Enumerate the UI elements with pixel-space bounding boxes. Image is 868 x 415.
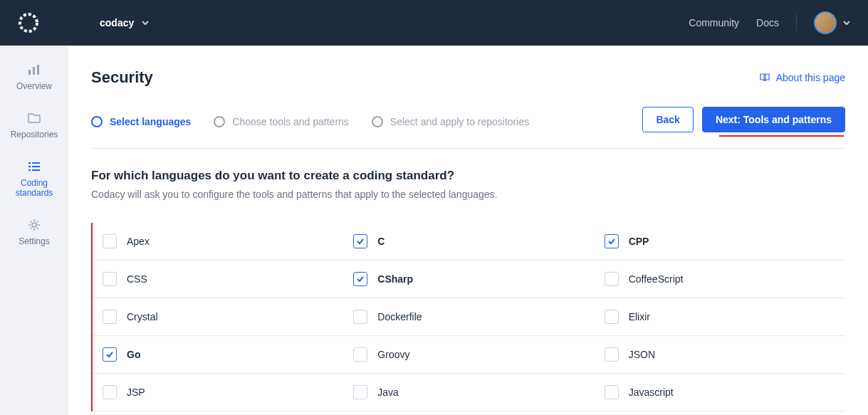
chevron-down-icon: [842, 19, 851, 27]
sidebar: Overview Repositories Coding standards S…: [0, 46, 68, 415]
checkbox[interactable]: [103, 272, 117, 286]
language-item[interactable]: Crystal: [93, 298, 343, 336]
svg-rect-6: [28, 166, 31, 167]
svg-rect-8: [28, 169, 31, 171]
community-link[interactable]: Community: [689, 17, 739, 28]
header-right: Community Docs: [689, 11, 851, 34]
step-circle-icon: [91, 116, 103, 127]
language-item[interactable]: CSS: [93, 261, 343, 298]
checkbox[interactable]: [353, 272, 367, 286]
step-label: Choose tools and patterns: [232, 116, 348, 127]
step-select-languages[interactable]: Select languages: [91, 116, 191, 127]
sidebar-item-label: Repositories: [11, 130, 58, 140]
checkbox[interactable]: [103, 310, 117, 324]
app-header: codacy Community Docs: [0, 0, 868, 46]
language-column-2: CCSharpDockerfileGroovyJava: [343, 223, 594, 411]
language-label: CSharp: [377, 273, 413, 285]
language-item[interactable]: Go: [93, 336, 343, 374]
gear-icon: [27, 218, 41, 232]
checkbox[interactable]: [605, 385, 619, 399]
folder-icon: [27, 111, 41, 125]
language-item[interactable]: CPP: [595, 223, 845, 261]
language-column-1: ApexCSSCrystalGoJSP: [93, 223, 343, 411]
step-label: Select languages: [110, 116, 191, 127]
sidebar-item-settings[interactable]: Settings: [16, 215, 52, 249]
svg-rect-3: [37, 65, 39, 75]
step-choose-tools[interactable]: Choose tools and patterns: [214, 116, 348, 127]
sidebar-item-label: Settings: [19, 236, 49, 246]
docs-link[interactable]: Docs: [756, 17, 779, 28]
language-label: CSS: [127, 273, 147, 285]
svg-point-10: [32, 223, 36, 227]
language-item[interactable]: Java: [343, 374, 594, 411]
next-button[interactable]: Next: Tools and patterns: [702, 107, 845, 132]
language-item[interactable]: Elixir: [595, 298, 845, 336]
checkbox[interactable]: [353, 385, 367, 399]
checkbox[interactable]: [605, 347, 619, 362]
wizard-buttons: Back Next: Tools and patterns: [642, 107, 845, 137]
sidebar-item-coding-standards[interactable]: Coding standards: [0, 157, 68, 201]
chevron-down-icon: [141, 19, 150, 27]
about-page-link[interactable]: About this page: [759, 72, 845, 83]
bar-chart-icon: [27, 63, 41, 77]
language-item[interactable]: CoffeeScript: [595, 261, 845, 298]
sidebar-item-label: Overview: [16, 81, 52, 91]
svg-point-0: [20, 14, 37, 31]
step-select-repos[interactable]: Select and apply to repositories: [372, 116, 529, 127]
org-selector[interactable]: codacy: [57, 17, 150, 28]
header-left: codacy: [17, 11, 150, 34]
step-label: Select and apply to repositories: [390, 116, 529, 127]
language-label: CPP: [629, 236, 649, 247]
svg-rect-1: [28, 70, 31, 75]
language-label: CoffeeScript: [629, 273, 684, 285]
sidebar-item-repositories[interactable]: Repositories: [8, 108, 61, 142]
header-divider: [796, 14, 797, 31]
language-item[interactable]: Javascript: [595, 374, 845, 411]
language-label: Go: [127, 349, 140, 360]
language-item[interactable]: CSharp: [343, 261, 594, 298]
language-column-3: CPPCoffeeScriptElixirJSONJavascript: [595, 223, 845, 411]
language-item[interactable]: C: [343, 223, 594, 261]
checkbox[interactable]: [353, 310, 367, 324]
language-label: JSON: [629, 349, 655, 360]
checkbox[interactable]: [605, 234, 619, 248]
language-item[interactable]: Dockerfile: [343, 298, 594, 336]
step-circle-icon: [214, 116, 225, 127]
buttons-row: Back Next: Tools and patterns: [642, 107, 845, 132]
language-item[interactable]: JSON: [595, 336, 845, 374]
checkbox[interactable]: [353, 347, 367, 362]
avatar: [814, 11, 837, 34]
language-label: Java: [377, 387, 399, 398]
codacy-logo-icon: [17, 11, 40, 34]
language-label: Apex: [127, 236, 150, 247]
language-grid: ApexCSSCrystalGoJSP CCSharpDockerfileGro…: [91, 223, 845, 411]
checkbox[interactable]: [353, 234, 367, 248]
container: Overview Repositories Coding standards S…: [0, 46, 868, 415]
language-label: JSP: [127, 387, 145, 398]
language-label: Javascript: [629, 387, 674, 398]
back-button[interactable]: Back: [642, 107, 693, 132]
language-label: Elixir: [629, 311, 650, 322]
language-label: Crystal: [127, 311, 158, 322]
checkbox[interactable]: [103, 234, 117, 248]
section-title: For which languages do you want to creat…: [91, 169, 845, 183]
language-item[interactable]: Apex: [93, 223, 343, 261]
checkbox[interactable]: [605, 272, 619, 286]
svg-rect-7: [32, 166, 40, 167]
page-header: Security About this page: [91, 68, 845, 87]
language-item[interactable]: Groovy: [343, 336, 594, 374]
language-item[interactable]: JSP: [93, 374, 343, 411]
about-link-label: About this page: [776, 72, 845, 83]
checkbox[interactable]: [103, 347, 117, 362]
svg-rect-4: [28, 162, 31, 164]
section-subtitle: Codacy will ask you to configure the too…: [91, 189, 845, 200]
user-menu[interactable]: [814, 11, 851, 34]
language-label: Dockerfile: [377, 311, 422, 322]
sidebar-item-overview[interactable]: Overview: [14, 60, 55, 94]
svg-rect-2: [33, 67, 35, 75]
checkbox[interactable]: [605, 310, 619, 324]
step-circle-icon: [372, 116, 383, 127]
list-icon: [27, 159, 41, 174]
main-content: Security About this page Select language…: [68, 46, 868, 415]
checkbox[interactable]: [103, 385, 117, 399]
